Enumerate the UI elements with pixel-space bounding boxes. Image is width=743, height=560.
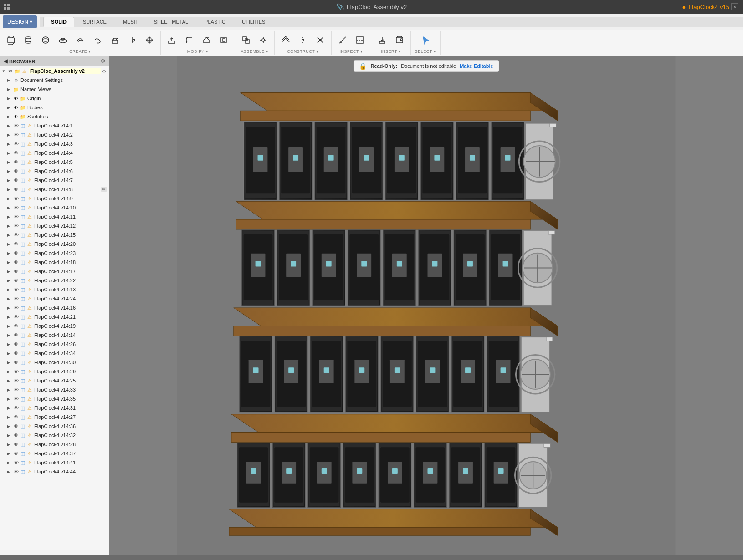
- eye-icon-comp1[interactable]: 👁: [13, 132, 19, 138]
- tree-item-component-27[interactable]: ▶ 👁 ◫ ⚠ FlapClock4 v14:30: [0, 358, 109, 367]
- tree-item-component-17[interactable]: ▶ 👁 ◫ ⚠ FlapClock4 v14:17: [0, 267, 109, 276]
- inspect-measure-button[interactable]: [334, 32, 351, 48]
- eye-icon-comp13[interactable]: 👁: [13, 241, 19, 247]
- modify-press-pull-button[interactable]: [164, 32, 180, 48]
- eye-icon-comp4[interactable]: 👁: [13, 159, 19, 165]
- eye-icon-comp26[interactable]: 👁: [13, 359, 19, 366]
- eye-icon-comp29[interactable]: 👁: [13, 387, 19, 393]
- eye-icon-comp23[interactable]: 👁: [13, 332, 19, 338]
- eye-icon-comp31[interactable]: 👁: [13, 405, 19, 411]
- eye-icon-comp32[interactable]: 👁: [13, 414, 19, 420]
- eye-icon-comp27[interactable]: 👁: [13, 368, 19, 375]
- tree-item-component-29[interactable]: ▶ 👁 ◫ ⚠ FlapClock4 v14:25: [0, 376, 109, 385]
- tree-item-component-24[interactable]: ▶ 👁 ◫ ⚠ FlapClock4 v14:14: [0, 331, 109, 340]
- tree-item-component-33[interactable]: ▶ 👁 ◫ ⚠ FlapClock4 v14:27: [0, 412, 109, 422]
- tree-item-component-31[interactable]: ▶ 👁 ◫ ⚠ FlapClock4 v14:35: [0, 394, 109, 403]
- tree-item-component-13[interactable]: ▶ 👁 ◫ ⚠ FlapClock4 v14:15: [0, 230, 109, 239]
- create-box-button[interactable]: [3, 32, 19, 48]
- tree-root-item[interactable]: ▼ 👁 📁 ⚠ FlapCloc_Assembly v2 ⚙: [0, 66, 109, 76]
- eye-icon-comp37[interactable]: 👁: [13, 459, 19, 466]
- eye-icon-comp30[interactable]: 👁: [13, 396, 19, 402]
- modify-fillet-button[interactable]: [181, 32, 197, 48]
- tree-item-component-7[interactable]: ▶ 👁 ◫ ⚠ FlapClock4 v14:7: [0, 176, 109, 185]
- eye-icon-comp9[interactable]: 👁: [13, 204, 19, 211]
- tree-item-component-20[interactable]: ▶ 👁 ◫ ⚠ FlapClock4 v14:24: [0, 294, 109, 303]
- tree-item-component-14[interactable]: ▶ 👁 ◫ ⚠ FlapClock4 v14:20: [0, 239, 109, 249]
- create-cylinder-button[interactable]: [20, 32, 36, 48]
- tab-sheet-metal[interactable]: SHEET METAL: [146, 17, 196, 27]
- tree-item-component-38[interactable]: ▶ 👁 ◫ ⚠ FlapClock4 v14:41: [0, 458, 109, 467]
- tree-item-component-11[interactable]: ▶ 👁 ◫ ⚠ FlapClock4 v14:11: [0, 212, 109, 221]
- eye-icon-comp21[interactable]: 👁: [13, 314, 19, 320]
- tree-item-component-30[interactable]: ▶ 👁 ◫ ⚠ FlapClock4 v14:33: [0, 385, 109, 394]
- tree-item-component-15[interactable]: ▶ 👁 ◫ ⚠ FlapClock4 v14:23: [0, 249, 109, 258]
- 3d-viewport[interactable]: 🔒 Read-Only: Document is not editable Ma…: [109, 56, 743, 555]
- tree-item-component-6[interactable]: ▶ 👁 ◫ ⚠ FlapClock4 v14:6: [0, 167, 109, 176]
- eye-icon-comp19[interactable]: 👁: [13, 295, 19, 302]
- construct-axis-button[interactable]: [295, 32, 311, 48]
- eye-icon-comp0[interactable]: 👁: [13, 122, 19, 129]
- tree-item-origin[interactable]: ▶ 👁 📁 Origin: [0, 94, 109, 103]
- eye-icon-comp14[interactable]: 👁: [13, 250, 19, 256]
- design-button[interactable]: DESIGN ▾: [3, 15, 37, 28]
- tree-item-component-18[interactable]: ▶ 👁 ◫ ⚠ FlapClock4 v14:22: [0, 276, 109, 285]
- tree-item-component-1[interactable]: ▶ 👁 ◫ ⚠ FlapClock4 v14:1: [0, 121, 109, 130]
- eye-icon-comp34[interactable]: 👁: [13, 432, 19, 438]
- browser-settings-icon[interactable]: ⚙: [101, 58, 105, 64]
- insert-derive-button[interactable]: [374, 32, 390, 48]
- tree-item-bodies[interactable]: ▶ 👁 📁 Bodies: [0, 103, 109, 112]
- tree-item-component-25[interactable]: ▶ 👁 ◫ ⚠ FlapClock4 v14:26: [0, 340, 109, 349]
- tree-item-sketches[interactable]: ▶ 👁 📁 Sketches: [0, 112, 109, 121]
- tree-item-component-16[interactable]: ▶ 👁 ◫ ⚠ FlapClock4 v14:18: [0, 258, 109, 267]
- eye-icon-comp15[interactable]: 👁: [13, 259, 19, 265]
- eye-icon-origin[interactable]: 👁: [13, 95, 19, 102]
- root-settings-icon[interactable]: ⚙: [101, 68, 107, 74]
- tree-item-named-views[interactable]: ▶ 📁 Named Views: [0, 85, 109, 94]
- tab-surface[interactable]: SURFACE: [75, 17, 114, 27]
- tree-item-component-35[interactable]: ▶ 👁 ◫ ⚠ FlapClock4 v14:32: [0, 431, 109, 440]
- modify-shell-button[interactable]: [215, 32, 232, 48]
- create-revolve-button[interactable]: [124, 32, 140, 48]
- tree-item-component-4[interactable]: ▶ 👁 ◫ ⚠ FlapClock4 v14:4: [0, 148, 109, 158]
- create-move-button[interactable]: [141, 32, 158, 48]
- tree-item-component-26[interactable]: ▶ 👁 ◫ ⚠ FlapClock4 v14:34: [0, 349, 109, 358]
- eye-icon-comp18[interactable]: 👁: [13, 286, 19, 293]
- create-torus-button[interactable]: [55, 32, 71, 48]
- eye-icon-root[interactable]: 👁: [7, 68, 14, 74]
- tree-item-component-10[interactable]: ▶ 👁 ◫ ⚠ FlapClock4 v14:10: [0, 203, 109, 212]
- eye-icon-comp35[interactable]: 👁: [13, 441, 19, 448]
- assemble-new-component-button[interactable]: [238, 32, 254, 48]
- tree-item-component-9[interactable]: ▶ 👁 ◫ ⚠ FlapClock4 v14:9: [0, 194, 109, 203]
- eye-icon-comp38[interactable]: 👁: [13, 468, 19, 475]
- tree-item-component-37[interactable]: ▶ 👁 ◫ ⚠ FlapClock4 v14:37: [0, 449, 109, 458]
- tree-item-component-34[interactable]: ▶ 👁 ◫ ⚠ FlapClock4 v14:36: [0, 422, 109, 431]
- eye-icon-comp7[interactable]: 👁: [13, 186, 19, 193]
- modify-chamfer-button[interactable]: [198, 32, 215, 48]
- tree-item-component-5[interactable]: ▶ 👁 ◫ ⚠ FlapClock4 v14:5: [0, 158, 109, 167]
- tree-item-component-2[interactable]: ▶ 👁 ◫ ⚠ FlapClock4 v14:2: [0, 130, 109, 139]
- eye-icon-comp8[interactable]: 👁: [13, 195, 19, 202]
- inspect-section-analysis-button[interactable]: [352, 32, 368, 48]
- construct-point-button[interactable]: [312, 32, 328, 48]
- tab-utilities[interactable]: UTILITIES: [234, 17, 273, 27]
- eye-icon-comp17[interactable]: 👁: [13, 277, 19, 284]
- create-pipe-button[interactable]: [89, 32, 106, 48]
- close-button[interactable]: ×: [731, 3, 738, 10]
- tree-item-component-3[interactable]: ▶ 👁 ◫ ⚠ FlapClock4 v14:3: [0, 139, 109, 148]
- eye-icon-comp24[interactable]: 👁: [13, 341, 19, 347]
- eye-icon-sketches[interactable]: 👁: [13, 113, 19, 120]
- make-editable-button[interactable]: Make Editable: [460, 63, 493, 69]
- tree-item-component-19[interactable]: ▶ 👁 ◫ ⚠ FlapClock4 v14:13: [0, 285, 109, 294]
- construct-offset-plane-button[interactable]: [277, 32, 294, 48]
- eye-icon-comp28[interactable]: 👁: [13, 377, 19, 384]
- create-coil-button[interactable]: [72, 32, 88, 48]
- eye-icon-comp25[interactable]: 👁: [13, 350, 19, 356]
- assemble-joint-button[interactable]: [255, 32, 272, 48]
- eye-icon-comp5[interactable]: 👁: [13, 168, 19, 174]
- tree-item-component-8[interactable]: ▶ 👁 ◫ ⚠ FlapClock4 v14:8 ✏: [0, 185, 109, 194]
- create-sphere-button[interactable]: [37, 32, 54, 48]
- eye-icon-comp2[interactable]: 👁: [13, 141, 19, 147]
- eye-icon-comp22[interactable]: 👁: [13, 323, 19, 329]
- tree-item-component-32[interactable]: ▶ 👁 ◫ ⚠ FlapClock4 v14:31: [0, 403, 109, 412]
- eye-icon-comp10[interactable]: 👁: [13, 214, 19, 220]
